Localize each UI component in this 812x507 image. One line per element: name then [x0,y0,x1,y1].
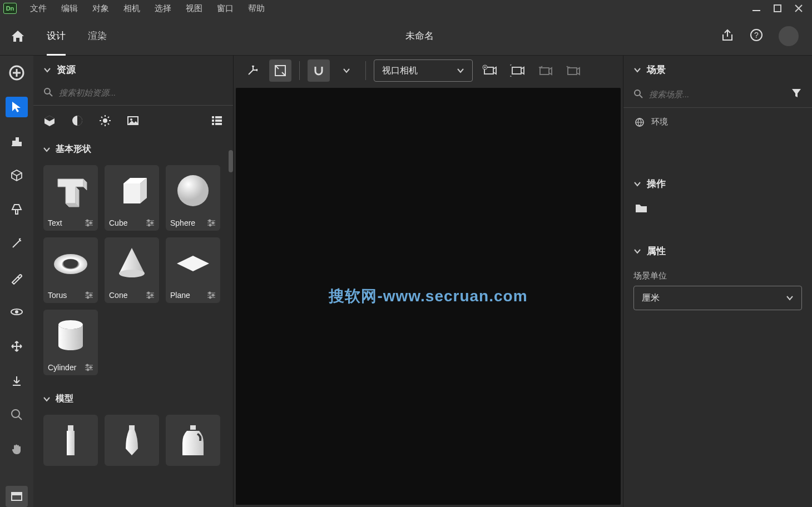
vp-cam-undo[interactable] [534,59,556,82]
tool-select[interactable] [6,97,28,118]
models-header[interactable]: 模型 [33,387,233,410]
window-minimize[interactable] [746,1,766,16]
scene-search [623,84,812,108]
tool-strip [0,56,33,507]
model-tube[interactable] [105,415,159,466]
scene-units-select[interactable]: 厘米 [633,286,802,310]
vp-cam-redo[interactable] [562,59,584,82]
filter-shapes[interactable] [43,115,56,129]
svg-rect-18 [215,116,222,118]
help-icon: ? [750,28,763,42]
menu-edit[interactable]: 编辑 [55,1,85,16]
tool-eyedrop[interactable] [6,267,28,289]
menu-object[interactable]: 对象 [86,1,116,16]
tab-render[interactable]: 渲染 [77,17,118,56]
filter-materials[interactable] [71,115,83,129]
shape-text[interactable]: Text [43,165,98,231]
home-button[interactable] [0,29,36,43]
models-grid [33,410,233,470]
shapes-grid: Text Cube Sphere Torus Cone Plane [33,161,233,380]
action-folder[interactable] [635,206,648,215]
cylinder3d-icon [51,316,90,355]
share-button[interactable] [721,28,734,44]
vp-frame[interactable] [269,59,291,82]
tool-hand[interactable] [6,439,28,460]
svg-point-38 [151,294,153,296]
shape-sphere[interactable]: Sphere [166,165,220,231]
tube-icon [112,421,151,460]
cursor-icon [11,101,23,113]
basic-shapes-header[interactable]: 基本形状 [33,138,233,161]
shape-plane[interactable]: Plane [166,237,220,303]
svg-rect-9 [12,493,22,495]
tool-drop[interactable] [6,370,28,391]
shape-cylinder[interactable]: Cylinder [43,310,98,375]
shape-cone[interactable]: Cone [105,237,159,303]
menu-help[interactable]: 帮助 [241,1,271,16]
sliders-icon [85,291,93,299]
svg-point-22 [90,222,92,224]
help-button[interactable]: ? [750,28,763,44]
tool-search[interactable] [6,404,28,425]
window-maximize[interactable] [768,1,788,16]
scene-search-input[interactable] [649,90,785,99]
vp-cam-frame[interactable] [506,59,528,82]
tool-move[interactable] [6,336,28,357]
filter-images[interactable] [127,115,139,129]
camera-undo-icon [538,64,552,77]
tool-box[interactable] [6,165,28,186]
chevron-down-icon [786,294,794,302]
svg-point-39 [148,296,150,299]
menu-view[interactable]: 视图 [179,1,209,16]
shape-cube[interactable]: Cube [105,165,159,231]
svg-point-44 [86,364,88,366]
scene-item-environment[interactable]: 环境 [635,112,801,132]
window-close[interactable] [789,1,809,16]
user-avatar[interactable] [779,26,799,46]
model-bottle-1[interactable] [43,415,98,466]
tool-chart[interactable] [6,131,28,152]
chevron-down-icon [43,66,51,74]
menu-file[interactable]: 文件 [23,1,53,16]
svg-point-34 [90,294,92,296]
tool-light[interactable] [6,199,28,220]
svg-point-36 [119,270,145,277]
svg-point-46 [87,369,89,371]
jug-icon [174,421,212,460]
vp-cam-add[interactable] [478,59,501,82]
tab-design[interactable]: 设计 [36,17,77,56]
scrollbar-thumb[interactable] [229,150,233,172]
svg-point-14 [130,118,132,121]
properties-header[interactable]: 属性 [623,237,812,265]
vp-snap[interactable] [308,59,330,82]
plane3d-icon [174,243,212,282]
vp-match-image[interactable] [241,59,264,82]
assets-header[interactable]: 资源 [33,56,233,84]
tool-wand[interactable] [6,233,28,255]
menu-window[interactable]: 窗口 [210,1,240,16]
model-jug[interactable] [166,415,220,466]
actions-header[interactable]: 操作 [623,170,812,198]
menu-camera[interactable]: 相机 [117,1,147,16]
scene-filter-button[interactable] [791,87,802,101]
watermark-text: 搜软网-www.secruan.com [329,286,527,307]
filter-lights[interactable] [99,115,111,129]
shape-label: Torus [48,291,67,300]
text3d-icon [51,171,90,210]
svg-rect-1 [774,5,781,12]
sun-icon [99,115,111,127]
tool-add[interactable] [6,62,28,83]
filter-list-view[interactable] [211,115,223,129]
tool-panel-toggle[interactable] [6,486,28,507]
menu-select[interactable]: 选择 [148,1,178,16]
shape-label: Text [48,218,62,227]
scene-header[interactable]: 场景 [623,56,812,84]
tool-orbit[interactable] [6,302,28,323]
search-icon [43,87,53,97]
viewport-canvas[interactable]: 搜软网-www.secruan.com [236,88,621,505]
assets-search-input[interactable] [59,88,223,97]
camera-dropdown[interactable]: 视口相机 [374,59,473,82]
assets-title: 资源 [57,63,76,76]
vp-snap-options[interactable] [335,59,358,82]
shape-torus[interactable]: Torus [43,237,98,303]
